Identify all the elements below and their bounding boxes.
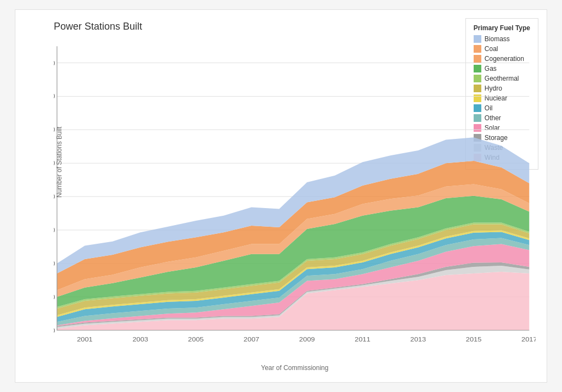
svg-text:2009: 2009: [299, 336, 315, 343]
svg-text:300: 300: [54, 227, 55, 234]
y-axis-label: Number of Stations Built: [55, 127, 63, 198]
svg-text:100: 100: [54, 294, 55, 301]
svg-text:800: 800: [54, 59, 55, 66]
svg-text:2011: 2011: [355, 336, 370, 343]
svg-text:2001: 2001: [77, 336, 93, 343]
svg-text:2015: 2015: [466, 336, 482, 343]
x-axis-label: Year of Commissioning: [261, 364, 329, 372]
svg-text:2013: 2013: [411, 336, 426, 343]
svg-text:0: 0: [54, 327, 55, 334]
svg-text:200: 200: [54, 260, 55, 267]
chart-svg: 0100200300400500600700800200120032005200…: [54, 41, 536, 347]
svg-text:700: 700: [54, 93, 55, 100]
chart-title: Power Stations Built: [54, 21, 536, 32]
legend-title: Primary Fuel Type: [474, 24, 530, 32]
svg-text:2017: 2017: [521, 336, 536, 343]
svg-text:2003: 2003: [132, 336, 148, 343]
svg-text:2005: 2005: [188, 336, 204, 343]
page: Power Stations Built Primary Fuel Type B…: [0, 0, 562, 392]
chart-area: Number of Stations Built Year of Commiss…: [54, 41, 536, 347]
chart-container: Power Stations Built Primary Fuel Type B…: [15, 9, 547, 383]
svg-text:2007: 2007: [244, 336, 260, 343]
